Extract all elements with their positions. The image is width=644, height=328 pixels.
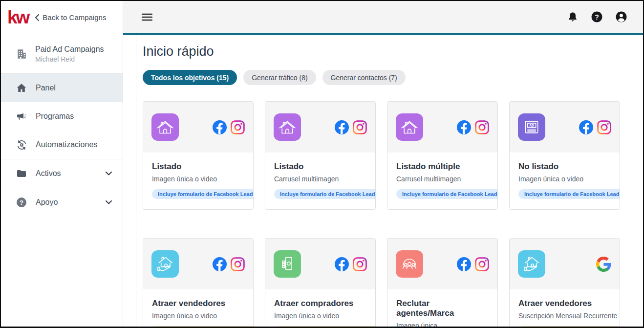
card-subtitle: Imagen única o video	[152, 312, 244, 320]
card-title: Reclutar agentes/Marca	[396, 299, 489, 318]
card-subtitle: Carrusel multiimagen	[396, 175, 489, 183]
card-badge: Utiliza su formulario de inicio de págin…	[518, 326, 620, 327]
instagram-icon	[475, 120, 489, 134]
campaign-card[interactable]: Atraer vendedores Imagen única o video U…	[143, 238, 254, 327]
instagram-icon	[597, 120, 611, 134]
kw-logo: kw	[7, 8, 30, 26]
facebook-icon	[213, 257, 227, 271]
sidebar-item-programas[interactable]: Programas	[1, 102, 123, 131]
platform-icons	[335, 257, 367, 271]
help-icon: ?	[15, 197, 28, 208]
facebook-icon	[457, 120, 471, 134]
instagram-icon	[353, 120, 367, 134]
app-window: kw Back to Campaigns Paid Ad Campaigns M…	[0, 0, 644, 328]
bell-icon	[567, 11, 579, 23]
facebook-icon	[335, 257, 349, 271]
card-title: Atraer vendedores	[152, 299, 244, 308]
sidebar-header: kw Back to Campaigns	[1, 1, 123, 34]
objective-filters: Todos los objetivos (15)Generar tráfico …	[143, 70, 643, 85]
card-title: Listado	[152, 162, 244, 172]
card-badge: Incluye formulario de Facebook Lead	[396, 189, 498, 199]
sidebar-item-label: Automatizaciones	[36, 140, 97, 149]
page-title: Inicio rápido	[143, 44, 643, 59]
card-title: Atraer vendedores	[518, 299, 611, 308]
account-title: Paid Ad Campaigns	[35, 45, 104, 54]
instagram-icon	[475, 257, 489, 271]
listing-house-icon	[151, 113, 179, 141]
notifications-button[interactable]	[567, 11, 579, 23]
card-badge: Utiliza su formulario de inicio de págin…	[274, 326, 376, 327]
question-icon: ?	[591, 11, 603, 23]
facebook-icon	[335, 120, 349, 134]
instagram-icon	[231, 257, 245, 271]
campaign-card[interactable]: Listado Carrusel multiimagen Incluye for…	[265, 101, 376, 210]
card-subtitle: Imagen única	[396, 322, 489, 327]
card-subtitle: Imagen única o video	[152, 175, 244, 183]
sidebar-nav: PanelProgramasAutomatizacionesActivos?Ap…	[1, 74, 123, 217]
campaign-card[interactable]: Atraer vendedores Suscripción Mensual Re…	[509, 238, 620, 327]
user-icon	[615, 11, 627, 23]
back-to-campaigns-link[interactable]: Back to Campaigns	[35, 13, 106, 22]
facebook-icon	[579, 120, 593, 134]
campaign-card[interactable]: Reclutar agentes/Marca Imagen única Util…	[387, 238, 498, 327]
sidebar-item-label: Panel	[36, 84, 56, 92]
facebook-icon	[213, 120, 227, 134]
building-icon	[15, 47, 28, 60]
sidebar-item-apoyo[interactable]: ?Apoyo	[1, 188, 123, 217]
main-content: Inicio rápido Todos los objetivos (15)Ge…	[123, 35, 643, 327]
campaign-card-grid: Listado Imagen única o video Incluye for…	[143, 101, 643, 327]
filter-pill-todos-los-objetivos[interactable]: Todos los objetivos (15)	[143, 70, 237, 85]
card-subtitle: Imagen única o video	[274, 312, 366, 320]
megaphone-icon	[15, 110, 28, 122]
card-subtitle: Suscripción Mensual Recurrente	[518, 312, 611, 320]
back-link-label: Back to Campaigns	[43, 13, 106, 22]
google-icon	[596, 257, 611, 272]
chevron-down-icon	[106, 200, 112, 204]
card-badge: Incluye formulario de Facebook Lead	[274, 189, 376, 199]
automation-icon	[15, 139, 28, 151]
menu-button[interactable]	[142, 13, 152, 21]
content-divider	[136, 35, 136, 327]
sidebar-item-label: Programas	[36, 112, 74, 121]
people-icon	[396, 250, 423, 278]
platform-icons	[213, 120, 245, 134]
platform-icons	[579, 120, 611, 134]
platform-icons	[335, 120, 367, 134]
campaign-card[interactable]: AD No listado Imagen única o video Inclu…	[509, 101, 620, 210]
help-button[interactable]: ?	[591, 11, 603, 23]
platform-icons	[457, 120, 489, 134]
platform-icons	[457, 257, 489, 271]
house-hand-icon	[151, 250, 179, 278]
card-badge: Utiliza su formulario de inicio de págin…	[152, 326, 254, 327]
money-hand-icon	[274, 250, 301, 278]
sidebar-item-automatizaciones[interactable]: Automatizaciones	[1, 131, 123, 159]
campaign-card[interactable]: Listado Imagen única o video Incluye for…	[143, 101, 254, 210]
campaign-card[interactable]: Listado múltiple Carrusel multiimagen In…	[387, 101, 498, 210]
svg-text:?: ?	[595, 13, 599, 21]
card-subtitle: Imagen única o video	[518, 175, 611, 183]
card-title: Listado múltiple	[396, 162, 489, 172]
account-subtitle: Michael Reid	[35, 55, 104, 63]
campaign-card[interactable]: Atraer compradores Imagen única o video …	[265, 238, 376, 327]
card-subtitle: Carrusel multiimagen	[274, 175, 366, 183]
listing-house-icon	[274, 113, 301, 141]
card-title: No listado	[518, 162, 611, 172]
card-badge: Incluye formulario de Facebook Lead	[152, 189, 254, 199]
card-title: Listado	[274, 162, 366, 172]
filter-pill-generar-contactos[interactable]: Generar contactos (7)	[322, 70, 406, 85]
profile-button[interactable]	[615, 11, 627, 23]
listing-house-icon	[396, 113, 423, 141]
sidebar-item-label: Apoyo	[36, 198, 58, 207]
filter-pill-generar-trafico[interactable]: Generar tráfico (8)	[243, 70, 316, 85]
platform-icons	[213, 257, 245, 271]
card-title: Atraer compradores	[274, 299, 366, 308]
chevron-down-icon	[106, 172, 112, 175]
home-icon	[15, 82, 28, 94]
folder-icon	[15, 168, 28, 179]
chevron-left-icon	[35, 14, 39, 21]
account-summary: Paid Ad Campaigns Michael Reid	[1, 34, 123, 74]
sidebar-item-activos[interactable]: Activos	[1, 159, 123, 188]
platform-icons	[596, 257, 611, 272]
sidebar-item-panel[interactable]: Panel	[1, 74, 123, 102]
house-hand-icon	[518, 250, 545, 278]
